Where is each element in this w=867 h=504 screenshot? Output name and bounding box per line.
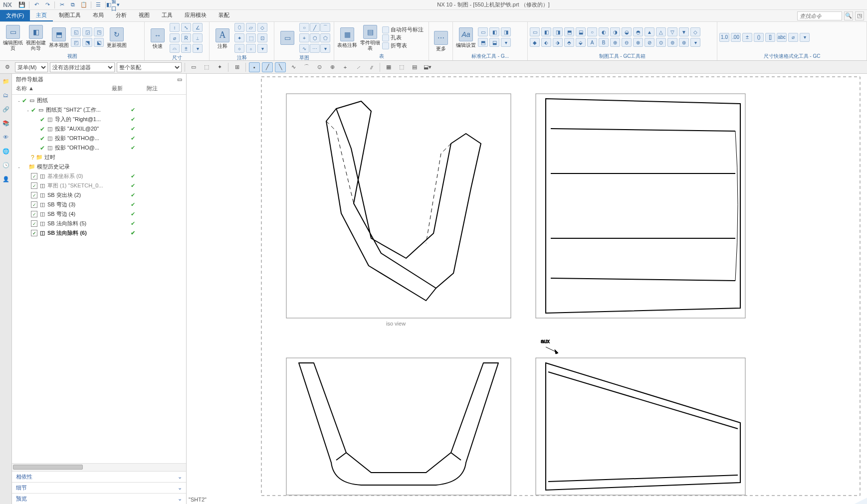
hole-table-button[interactable]: 孔表 <box>382 34 424 41</box>
annot-small-icons[interactable]: ⬯▱◇✦⬚⊡⟐⬨▾ <box>234 23 268 54</box>
tree-node[interactable]: ✔◫投影 "ORTHO@...✔ <box>12 143 186 153</box>
browser-tab[interactable]: 🌐 <box>1 147 10 156</box>
auto-balloon-button[interactable]: 自动符号标注 <box>382 26 424 33</box>
tab-view[interactable]: 视图 <box>133 10 156 21</box>
ribbon-group-view: ▭编辑图纸页 ◧视图创建向导 ⬒基本视图 ◱◲◳◰⬔⬕ ↻更新视图 视图 <box>0 22 145 60</box>
reuse-library-tab[interactable]: 📚 <box>1 119 10 128</box>
tab-drafting-tools[interactable]: 制图工具 <box>53 10 87 21</box>
tree-node[interactable]: -📁模型历史记录 <box>12 162 186 171</box>
roles-tab[interactable]: 👤 <box>1 174 10 183</box>
drawing-canvas[interactable]: iso view aux <box>187 74 867 504</box>
tree-node[interactable]: ✔◫投影 "AUXIL@20"✔ <box>12 124 186 134</box>
snap-mid-icon[interactable]: ╱ <box>262 62 273 72</box>
view-small-icons[interactable]: ◱◲◳◰⬔⬕ <box>71 27 105 48</box>
menu-gear-icon[interactable]: ⚙ <box>2 62 13 72</box>
redo-icon[interactable]: ↷ <box>43 1 51 9</box>
part-navigator-tab[interactable]: 📁 <box>1 77 10 86</box>
tree-node[interactable]: ✓◫基准坐标系 (0)✔ <box>12 171 186 181</box>
panel-pin-icon[interactable]: ▭ <box>177 76 182 83</box>
snap-circle-icon[interactable]: ⊙ <box>314 62 325 72</box>
tree-node[interactable]: ✓◫草图 (1) "SKETCH_0...✔ <box>12 181 186 190</box>
cut-icon[interactable]: ✂ <box>58 1 66 9</box>
sketch-rect-button[interactable]: ▭ <box>276 31 298 46</box>
assembly-navigator-tab[interactable]: 🗂 <box>1 91 10 100</box>
dimfmt-icons[interactable]: 1.0.00±()[]abc⌀▾ <box>719 33 811 43</box>
note-button[interactable]: A注释 <box>212 28 233 49</box>
view-icon[interactable]: ⬚ <box>396 62 407 72</box>
tree-node[interactable]: ✓◫SB 法向除料 (6)✔ <box>12 228 186 238</box>
tree-node[interactable]: ✓◫SB 弯边 (3)✔ <box>12 200 186 209</box>
accordion-detail[interactable]: 细节⌄ <box>12 482 186 493</box>
tree-node[interactable]: ✔◫投影 "ORTHO@...✔ <box>12 134 186 143</box>
parts-list-button[interactable]: ▤零件明细表 <box>359 25 381 51</box>
sketch-small-icons[interactable]: ○╱⌒+⬡⬠∿⋯▾ <box>299 23 330 54</box>
tree-node[interactable]: -✔▭图纸页 "SHT2" (工作...✔ <box>12 105 186 115</box>
tree-node[interactable]: ✔◫导入的 "Right@1...✔ <box>12 115 186 124</box>
filter-dropdown[interactable]: 没有选择过滤器 <box>50 62 115 72</box>
dim-small-icons[interactable]: ↕⤡∠⌀R⟂⌓±▾ <box>170 23 204 54</box>
search-go-icon[interactable]: 🔍 <box>844 11 853 20</box>
snap-icon[interactable]: ⫽ <box>366 62 377 72</box>
gc-icons[interactable]: ▭◧◨⬒⬓○◐◑◒◓▲△▽▼◇ ◆⬖⬗⬘⬙AB⊕⊖⊗⊘⊙⊚⊛▾ <box>530 27 701 48</box>
snap-end-icon[interactable]: ▪ <box>249 62 260 72</box>
tab-analysis[interactable]: 分析 <box>110 10 133 21</box>
snap-icon[interactable]: ╲ <box>275 62 286 72</box>
ribbon-group-more: ⋯更多 <box>429 22 453 60</box>
assembly-dropdown[interactable]: 整个装配 <box>117 62 182 72</box>
update-views-button[interactable]: ↻更新视图 <box>106 27 128 48</box>
view-wizard-button[interactable]: ◧视图创建向导 <box>25 25 47 51</box>
tab-layout[interactable]: 布局 <box>87 10 110 21</box>
snap-icon[interactable]: ⟋ <box>353 62 364 72</box>
snap-center-icon[interactable]: ⊕ <box>327 62 338 72</box>
sel-icon[interactable]: ✦ <box>214 62 225 72</box>
menu-dropdown[interactable]: 菜单(M) <box>15 62 48 72</box>
more-button[interactable]: ⋯更多 <box>431 31 450 51</box>
quick-dim-button[interactable]: ↔快速 <box>147 28 169 49</box>
help-icon[interactable]: ◳ <box>855 11 864 20</box>
accordion-dependency[interactable]: 相依性⌄ <box>12 471 186 482</box>
paste-icon[interactable]: 📋 <box>80 1 88 9</box>
col-latest[interactable]: 最新 <box>112 85 147 94</box>
hd3d-tab[interactable]: 👁 <box>1 133 10 142</box>
tab-tools[interactable]: 工具 <box>156 10 179 21</box>
search-input[interactable] <box>797 11 842 20</box>
col-notes[interactable]: 附注 <box>147 85 177 94</box>
col-name[interactable]: 名称 ▲ <box>12 85 112 94</box>
sel-icon[interactable]: ⬚ <box>201 62 212 72</box>
tree-node[interactable]: -✔▭图纸 <box>12 96 186 105</box>
folder-icon: 📁 <box>36 154 43 161</box>
dropdown-icon[interactable]: ⬓▾ <box>422 62 433 72</box>
edit-sheet-button[interactable]: ▭编辑图纸页 <box>2 25 24 51</box>
bend-table-button[interactable]: 折弯表 <box>382 42 424 49</box>
history-tab[interactable]: 🕓 <box>1 161 10 169</box>
save-icon[interactable]: 💾 <box>18 1 26 9</box>
standard-small-icons[interactable]: ▭◧◨⬒⬓▾ <box>478 27 512 48</box>
snap-curve-icon[interactable]: ⌒ <box>301 62 312 72</box>
tab-application[interactable]: 应用模块 <box>179 10 213 21</box>
file-menu[interactable]: 文件(F) <box>0 10 30 21</box>
layer-icon[interactable]: ▤ <box>409 62 420 72</box>
copy-icon[interactable]: ⧉ <box>69 1 77 9</box>
tree-node[interactable]: ✓◫SB 法向除料 (5)✔ <box>12 219 186 228</box>
tree-node[interactable]: ?📁过时 <box>12 153 186 162</box>
edit-settings-button[interactable]: Aa编辑设置 <box>455 27 477 48</box>
touch-icon[interactable]: ☰ <box>94 1 102 9</box>
snap-icon[interactable]: + <box>340 62 351 72</box>
snap-icon[interactable]: ∿ <box>288 62 299 72</box>
window-dropdown[interactable]: ◧ 窗口▾ <box>109 1 117 9</box>
tab-home[interactable]: 主页 <box>30 10 53 21</box>
tree-node[interactable]: ✓◫SB 突出块 (2)✔ <box>12 190 186 200</box>
tree-hscroll[interactable] <box>12 463 186 471</box>
sel-icon[interactable]: ⊞ <box>231 62 242 72</box>
grid-icon[interactable]: ▦ <box>383 62 394 72</box>
tab-assembly[interactable]: 装配 <box>213 10 235 21</box>
tree-node[interactable]: ✓◫SB 弯边 (4)✔ <box>12 209 186 219</box>
base-view-button[interactable]: ⬒基本视图 <box>48 27 70 48</box>
folder-icon: 📁 <box>28 164 35 170</box>
table-note-button[interactable]: ▦表格注释 <box>336 27 358 48</box>
accordion-preview[interactable]: 预览⌄ <box>12 493 186 504</box>
constraint-navigator-tab[interactable]: 🔗 <box>1 105 10 114</box>
sel-icon[interactable]: ▭ <box>188 62 199 72</box>
navigator-tree[interactable]: -✔▭图纸-✔▭图纸页 "SHT2" (工作...✔✔◫导入的 "Right@1… <box>12 95 186 463</box>
undo-icon[interactable]: ↶ <box>32 1 40 9</box>
